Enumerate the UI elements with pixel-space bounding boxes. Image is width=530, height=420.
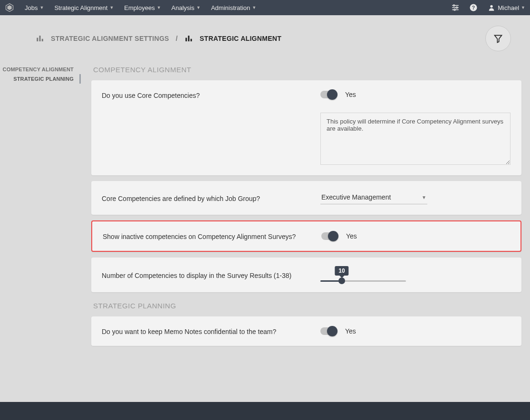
chevron-down-icon: ▼: [521, 5, 525, 10]
bar-chart-icon: [36, 34, 44, 43]
svg-rect-12: [39, 36, 41, 41]
section-title-competency: COMPETENCY ALIGNMENT: [91, 62, 521, 80]
svg-rect-13: [42, 39, 43, 41]
slider-thumb[interactable]: [338, 277, 345, 284]
nav-label: Employees: [124, 4, 154, 11]
bar-chart-icon: [184, 34, 193, 43]
user-menu[interactable]: Michael ▼: [487, 3, 525, 12]
svg-point-7: [454, 9, 455, 10]
section-title-planning: STRATEGIC PLANNING: [91, 298, 521, 316]
svg-marker-1: [7, 5, 11, 10]
filter-icon: [493, 34, 503, 43]
user-name: Michael: [498, 4, 519, 11]
card-core-competencies: Do you use Core Competencies? Yes: [91, 80, 521, 175]
slider-tooltip: 10: [335, 266, 348, 276]
content-area: COMPETENCY ALIGNMENT Do you use Core Com…: [81, 62, 530, 404]
card-job-group: Core Competencies are defined by which J…: [91, 181, 521, 215]
toggle-label: Yes: [345, 91, 356, 98]
card-show-inactive: Show inactive competencies on Competency…: [91, 220, 521, 252]
chevron-down-icon: ▼: [157, 5, 161, 10]
settings-sliders-icon[interactable]: [451, 3, 460, 12]
sidebar-item-competency-alignment[interactable]: COMPETENCY ALIGNMENT: [0, 65, 81, 74]
nav-label: Analysis: [172, 4, 194, 11]
nav-strategic-alignment[interactable]: Strategic Alignment ▼: [54, 4, 114, 11]
toggle-label: Yes: [346, 232, 357, 240]
footer-bar: [0, 402, 530, 420]
svg-rect-11: [37, 38, 38, 42]
sidebar: COMPETENCY ALIGNMENT STRATEGIC PLANNING: [0, 62, 81, 402]
svg-point-5: [453, 5, 455, 6]
chevron-down-icon: ▼: [39, 5, 44, 10]
breadcrumb-bar: STRATEGIC ALIGNMENT SETTINGS / STRATEGIC…: [0, 15, 530, 62]
top-nav: Jobs ▼ Strategic Alignment ▼ Employees ▼…: [0, 0, 530, 15]
chevron-down-icon: ▼: [252, 5, 256, 10]
select-value: Executive Management: [321, 193, 391, 201]
setting-label: Do you want to keep Memo Notes confident…: [102, 327, 301, 335]
nav-label: Administration: [211, 4, 250, 11]
toggle-core-competencies[interactable]: [320, 91, 337, 98]
nav-employees[interactable]: Employees ▼: [124, 4, 161, 11]
setting-label: Show inactive competencies on Competency…: [103, 232, 302, 240]
nav-analysis[interactable]: Analysis ▼: [172, 4, 201, 11]
nav-administration[interactable]: Administration ▼: [211, 4, 256, 11]
breadcrumb-parent[interactable]: STRATEGIC ALIGNMENT SETTINGS: [51, 35, 169, 42]
nav-label: Jobs: [25, 4, 38, 11]
nav-jobs[interactable]: Jobs ▼: [25, 4, 44, 11]
setting-label: Do you use Core Competencies?: [102, 91, 301, 99]
chevron-down-icon: ▼: [109, 5, 114, 10]
breadcrumb-current: STRATEGIC ALIGNMENT: [200, 35, 281, 42]
sidebar-item-strategic-planning[interactable]: STRATEGIC PLANNING: [0, 74, 81, 84]
nav-label: Strategic Alignment: [54, 4, 107, 11]
setting-label: Number of Competencies to display in the…: [102, 271, 301, 279]
svg-text:?: ?: [472, 5, 475, 10]
svg-rect-15: [188, 36, 189, 41]
toggle-label: Yes: [345, 327, 356, 335]
svg-rect-14: [185, 38, 187, 42]
job-group-select[interactable]: Executive Management ▼: [320, 191, 427, 204]
help-icon[interactable]: ?: [469, 3, 478, 12]
svg-point-6: [456, 7, 458, 9]
chevron-down-icon: ▼: [422, 195, 426, 200]
svg-rect-16: [191, 39, 192, 41]
card-memo-notes: Do you want to keep Memo Notes confident…: [91, 316, 521, 346]
filter-button[interactable]: [485, 26, 511, 51]
policy-description-textarea[interactable]: [320, 113, 511, 165]
chevron-down-icon: ▼: [196, 5, 201, 10]
card-num-competencies: Number of Competencies to display in the…: [91, 258, 521, 292]
toggle-show-inactive[interactable]: [321, 232, 337, 240]
user-icon: [487, 3, 496, 12]
num-competencies-slider[interactable]: 10: [320, 268, 406, 282]
setting-label: Core Competencies are defined by which J…: [102, 194, 301, 202]
svg-marker-17: [495, 35, 502, 42]
logo-icon: [5, 3, 14, 12]
toggle-memo-notes[interactable]: [320, 327, 337, 335]
breadcrumb-separator: /: [176, 35, 178, 42]
svg-point-10: [491, 5, 493, 8]
